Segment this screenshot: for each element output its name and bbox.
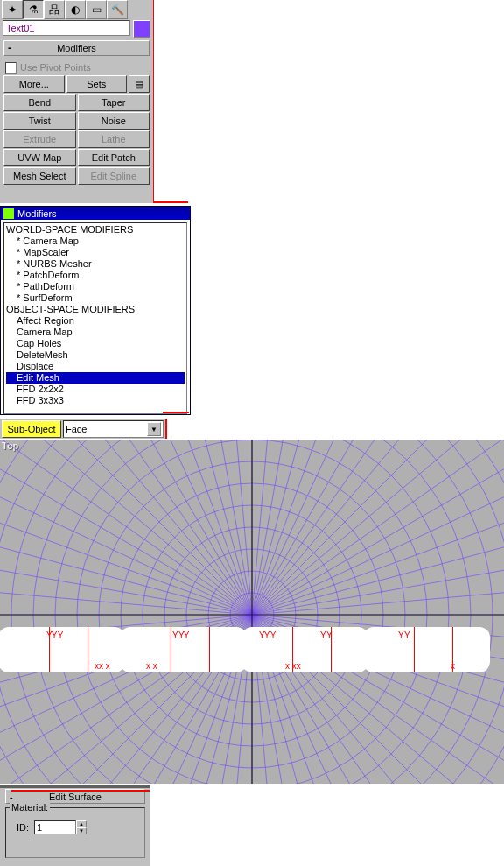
motion-tab-icon[interactable]: ◐ — [65, 0, 86, 19]
object-name-input[interactable] — [3, 20, 130, 36]
more-button[interactable]: More... — [4, 75, 65, 93]
use-pivot-points-label: Use Pivot Points — [20, 62, 91, 73]
list-category: OBJECT-SPACE MODIFIERS — [6, 304, 185, 315]
svg-line-65 — [252, 440, 504, 615]
taper-button[interactable]: Taper — [78, 94, 150, 111]
modifiers-window-title: Modifiers — [18, 208, 57, 219]
sub-object-row: Sub-Object Face ▼ — [0, 419, 167, 439]
svg-line-70 — [252, 508, 504, 615]
object-color-swatch[interactable] — [133, 20, 150, 38]
list-item[interactable]: DeleteMesh — [6, 349, 185, 361]
sub-object-level-value: Face — [66, 424, 87, 434]
edit-surface-panel: Edit Surface Material: ID: ▲ ▼ — [0, 785, 150, 866]
edit-surface-title: Edit Surface — [49, 792, 102, 802]
modifiers-list-window: Modifiers WORLD-SPACE MODIFIERS * Camera… — [0, 206, 191, 415]
svg-line-52 — [145, 440, 252, 615]
display-tab-icon[interactable]: ▭ — [86, 0, 107, 19]
uvw-map-button[interactable]: UVW Map — [4, 149, 76, 166]
svg-line-56 — [252, 440, 359, 615]
list-item[interactable]: * PathDeform — [6, 281, 185, 292]
utilities-tab-icon[interactable]: 🔨 — [107, 0, 128, 19]
svg-line-38 — [0, 508, 252, 615]
sub-object-button[interactable]: Sub-Object — [2, 420, 61, 438]
list-item[interactable]: FFD 3x3x3 — [6, 395, 185, 406]
list-item[interactable]: Displace — [6, 361, 185, 372]
svg-line-69 — [252, 456, 504, 615]
material-id-spinner[interactable]: ▲ ▼ — [34, 820, 87, 834]
create-tab-icon[interactable]: ✦ — [2, 0, 23, 19]
list-item[interactable]: * Camera Map — [6, 236, 185, 247]
spinner-down-icon[interactable]: ▼ — [76, 827, 87, 834]
list-item[interactable]: * PatchDeform — [6, 270, 185, 281]
use-pivot-points-checkbox[interactable] — [5, 62, 17, 74]
list-item[interactable]: Camera Map — [6, 327, 185, 338]
id-label: ID: — [10, 822, 29, 833]
viewport-grid — [0, 440, 504, 784]
modifier-list[interactable]: WORLD-SPACE MODIFIERS * Camera Map * Map… — [4, 222, 187, 414]
configure-sets-button[interactable]: ▤ — [129, 75, 150, 93]
list-item[interactable]: * NURBS Mesher — [6, 258, 185, 270]
noise-button[interactable]: Noise — [78, 112, 150, 130]
spinner-up-icon[interactable]: ▲ — [76, 820, 87, 827]
rollout-title: Modifiers — [57, 43, 96, 53]
panel-category-toolbar: ✦ ⚗ 品 ◐ ▭ 🔨 — [0, 0, 153, 18]
extrude-button: Extrude — [4, 130, 76, 148]
list-item[interactable]: FFD 2x2x2 — [6, 384, 185, 395]
list-category: WORLD-SPACE MODIFIERS — [6, 224, 185, 236]
modifiers-rollout-header[interactable]: Modifiers — [4, 40, 150, 56]
svg-line-57 — [252, 440, 410, 615]
material-group: Material: ID: ▲ ▼ — [5, 807, 145, 858]
material-legend: Material: — [10, 802, 50, 813]
lathe-button: Lathe — [78, 130, 150, 148]
use-pivot-points-row: Use Pivot Points — [5, 61, 148, 74]
list-item[interactable]: * SurfDeform — [6, 292, 185, 304]
chevron-down-icon[interactable]: ▼ — [147, 422, 161, 436]
list-item[interactable]: Cap Holes — [6, 338, 185, 349]
modifiers-window-icon — [4, 208, 14, 219]
sub-object-level-select[interactable]: Face ▼ — [63, 420, 164, 438]
material-id-input[interactable] — [34, 820, 76, 834]
modifiers-window-titlebar[interactable]: Modifiers — [1, 207, 190, 220]
modify-tab-icon[interactable]: ⚗ — [23, 0, 44, 19]
list-item-selected[interactable]: Edit Mesh — [6, 372, 185, 384]
list-item[interactable]: * MapScaler — [6, 247, 185, 258]
top-viewport[interactable]: Top YY Yxx x Y YYx x YY YY Yx xx Y Yx — [0, 440, 504, 784]
edit-spline-button: Edit Spline — [78, 167, 150, 185]
list-item[interactable]: Affect Region — [6, 315, 185, 327]
svg-line-43 — [0, 440, 252, 615]
twist-button[interactable]: Twist — [4, 112, 76, 130]
svg-line-51 — [94, 440, 252, 615]
mesh-select-button[interactable]: Mesh Select — [4, 167, 76, 185]
edit-patch-button[interactable]: Edit Patch — [78, 149, 150, 166]
svg-line-39 — [0, 456, 252, 615]
command-panel: ✦ ⚗ 品 ◐ ▭ 🔨 Modifiers Use Pivot Points M… — [0, 0, 154, 203]
bend-button[interactable]: Bend — [4, 94, 76, 111]
sets-button[interactable]: Sets — [66, 75, 128, 93]
text-mesh-object[interactable]: YY Yxx x Y YYx x YY YY Yx xx Y Yx — [0, 627, 504, 672]
hierarchy-tab-icon[interactable]: 品 — [44, 0, 65, 19]
